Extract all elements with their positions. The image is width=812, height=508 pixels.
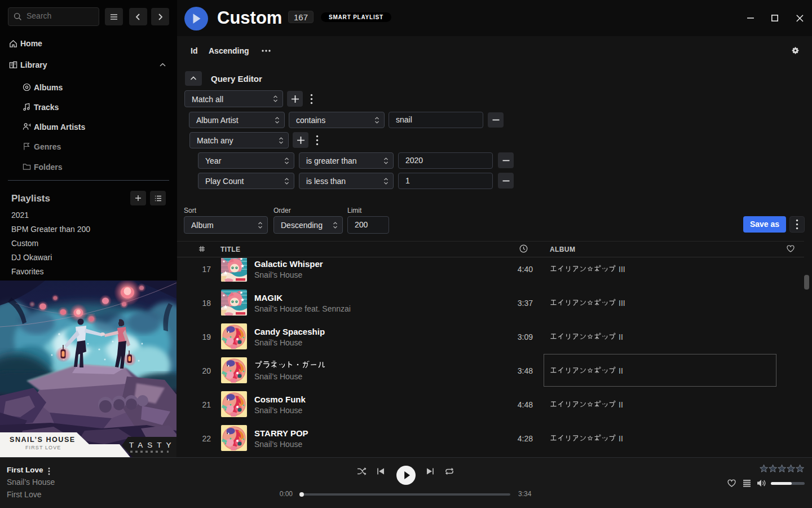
svg-text:SNAIL’S HOUSE: SNAIL’S HOUSE <box>10 436 76 444</box>
svg-text:FIRST LOVE: FIRST LOVE <box>25 445 61 450</box>
svg-text:TASTY: TASTY <box>129 441 176 449</box>
